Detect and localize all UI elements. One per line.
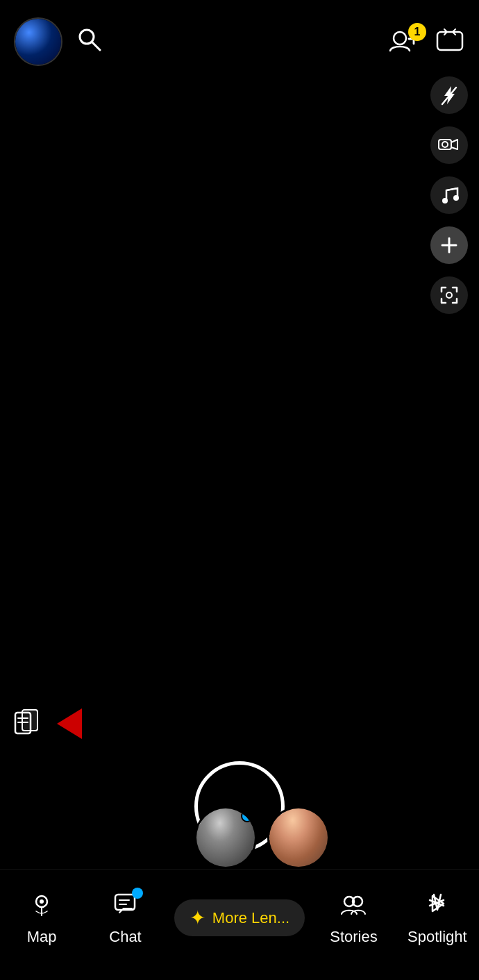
top-bar: 1 bbox=[0, 0, 479, 69]
map-icon bbox=[28, 890, 55, 922]
svg-rect-22 bbox=[115, 895, 135, 910]
lens-switcher-icon[interactable] bbox=[14, 707, 49, 740]
nav-item-map[interactable]: Map bbox=[7, 890, 76, 946]
scan-button[interactable] bbox=[430, 276, 468, 314]
lens-cards-icon bbox=[14, 707, 49, 738]
more-lens-label: More Len... bbox=[212, 909, 289, 927]
spotlight-icon bbox=[424, 890, 451, 922]
story-avatar-2[interactable] bbox=[378, 806, 441, 869]
svg-point-9 bbox=[442, 142, 448, 147]
flip-camera-icon bbox=[435, 26, 465, 54]
notification-badge: 1 bbox=[408, 23, 426, 41]
camera-controls bbox=[0, 751, 479, 862]
svg-point-21 bbox=[40, 899, 44, 904]
lens-star-icon: ✦ bbox=[190, 906, 205, 929]
svg-marker-27 bbox=[426, 893, 449, 915]
svg-point-2 bbox=[394, 32, 406, 44]
svg-point-10 bbox=[442, 198, 448, 204]
stories-icon bbox=[339, 890, 368, 922]
spotlight-label: Spotlight bbox=[407, 928, 467, 946]
add-button[interactable] bbox=[430, 226, 468, 264]
svg-point-11 bbox=[453, 195, 459, 201]
top-right-controls: 1 bbox=[389, 26, 465, 57]
flash-off-icon bbox=[439, 85, 459, 106]
search-icon bbox=[76, 26, 101, 51]
dual-camera-icon bbox=[438, 135, 460, 155]
map-label: Map bbox=[27, 928, 57, 946]
top-left-controls bbox=[14, 17, 101, 66]
nav-item-stories[interactable]: Stories bbox=[319, 890, 388, 946]
flip-camera-button[interactable] bbox=[435, 26, 465, 57]
svg-point-15 bbox=[446, 292, 452, 298]
svg-rect-5 bbox=[437, 32, 462, 50]
add-friend-button[interactable]: 1 bbox=[389, 28, 421, 55]
stories-label: Stories bbox=[330, 928, 377, 946]
profile-avatar[interactable] bbox=[14, 17, 62, 66]
svg-rect-17 bbox=[22, 710, 37, 731]
swipe-left-arrow bbox=[57, 708, 82, 739]
nav-item-spotlight[interactable]: Spotlight bbox=[403, 890, 472, 946]
chat-label: Chat bbox=[109, 928, 141, 946]
svg-line-1 bbox=[92, 42, 100, 50]
nav-item-chat[interactable]: Chat bbox=[91, 890, 160, 946]
flash-off-button[interactable] bbox=[430, 76, 468, 114]
story-notification-dot-1 bbox=[241, 810, 253, 822]
add-icon bbox=[439, 235, 459, 255]
dual-camera-button[interactable] bbox=[430, 126, 468, 164]
music-button[interactable] bbox=[430, 176, 468, 214]
music-icon bbox=[439, 185, 459, 206]
chat-notification-dot bbox=[132, 888, 143, 899]
chat-icon bbox=[112, 890, 139, 922]
right-controls bbox=[430, 76, 468, 314]
search-button[interactable] bbox=[76, 26, 101, 57]
nav-item-more-lenses[interactable]: ✦ More Len... bbox=[174, 899, 305, 936]
scan-icon bbox=[439, 285, 460, 306]
lens-switcher bbox=[14, 707, 82, 740]
bottom-nav: Map Chat ✦ More Len... Stor bbox=[0, 869, 479, 980]
